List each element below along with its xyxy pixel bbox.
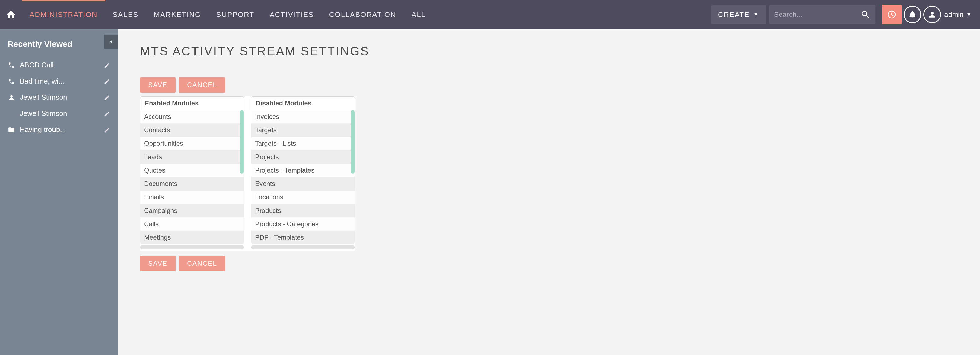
recent-item[interactable]: Jewell Stimson (0, 89, 118, 106)
module-item[interactable]: PDF - Templates (251, 231, 355, 244)
module-item[interactable]: Events (251, 177, 355, 191)
module-item[interactable]: Campaigns (140, 204, 243, 217)
bell-icon (908, 10, 917, 19)
phone-icon (8, 78, 15, 85)
module-item[interactable]: Quotes (140, 164, 243, 177)
module-item[interactable]: Invoices (251, 110, 355, 123)
page-title: MTS ACTIVITY STREAM SETTINGS (140, 44, 958, 58)
user-label: admin (944, 10, 964, 19)
scrollbar-vertical[interactable] (240, 110, 243, 174)
button-row-bottom: SAVE CANCEL (140, 256, 958, 271)
module-item[interactable]: Contacts (140, 123, 243, 137)
disabled-modules-column: Disabled Modules Invoices Targets Target… (251, 96, 355, 249)
person-icon (928, 10, 937, 19)
phone-icon (8, 61, 15, 69)
recent-item[interactable]: Jewell Stimson (0, 106, 118, 122)
edit-icon[interactable] (104, 62, 110, 69)
top-nav: ADMINISTRATION SALES MARKETING SUPPORT A… (0, 0, 980, 29)
module-item[interactable]: Emails (140, 191, 243, 204)
nav-item-sales[interactable]: SALES (105, 0, 146, 29)
module-item[interactable]: Targets - Lists (251, 137, 355, 150)
search-box[interactable] (769, 5, 875, 24)
sidebar-collapse-button[interactable] (104, 35, 118, 49)
module-item[interactable]: Meetings (140, 231, 243, 244)
folder-icon (8, 126, 15, 134)
module-config-card: Enabled Modules Accounts Contacts Opport… (140, 96, 355, 251)
save-button[interactable]: SAVE (140, 77, 175, 93)
enabled-modules-header: Enabled Modules (140, 96, 244, 110)
recent-item[interactable]: ABCD Call (0, 57, 118, 73)
nav-item-collaboration[interactable]: COLLABORATION (321, 0, 404, 29)
sidebar: Recently Viewed ABCD Call Bad time, wi..… (0, 29, 118, 355)
search-icon[interactable] (861, 10, 870, 19)
recent-item-label: Bad time, wi... (20, 77, 100, 85)
clock-button[interactable] (882, 5, 902, 24)
recent-item-label: Jewell Stimson (20, 109, 100, 118)
button-row-top: SAVE CANCEL (140, 77, 958, 93)
notifications-button[interactable] (904, 6, 921, 23)
recent-item[interactable]: Bad time, wi... (0, 73, 118, 89)
module-item[interactable]: Leads (140, 150, 243, 164)
edit-icon[interactable] (104, 78, 110, 85)
nav-item-all[interactable]: ALL (404, 0, 433, 29)
cancel-button[interactable]: CANCEL (179, 256, 225, 271)
module-item[interactable]: Locations (251, 191, 355, 204)
disabled-modules-header: Disabled Modules (251, 96, 355, 110)
scrollbar-horizontal[interactable] (251, 245, 355, 249)
module-item[interactable]: Accounts (140, 110, 243, 123)
user-avatar[interactable] (923, 6, 941, 23)
scrollbar-vertical[interactable] (351, 110, 355, 174)
person-icon (8, 94, 15, 101)
enabled-modules-list[interactable]: Accounts Contacts Opportunities Leads Qu… (140, 110, 244, 244)
recent-item-label: Jewell Stimson (20, 93, 100, 102)
home-icon (6, 9, 16, 20)
scrollbar-horizontal[interactable] (140, 245, 244, 249)
recent-item[interactable]: Having troub... (0, 122, 118, 138)
chevron-left-icon (108, 38, 114, 45)
caret-down-icon: ▼ (754, 12, 759, 18)
cancel-button[interactable]: CANCEL (179, 77, 225, 93)
module-item[interactable]: Products (251, 204, 355, 217)
disabled-modules-list[interactable]: Invoices Targets Targets - Lists Project… (251, 110, 355, 244)
home-button[interactable] (0, 0, 22, 29)
nav-item-marketing[interactable]: MARKETING (146, 0, 208, 29)
module-item[interactable]: Products - Categories (251, 217, 355, 231)
search-input[interactable] (774, 11, 861, 18)
save-button[interactable]: SAVE (140, 256, 175, 271)
create-label: CREATE (718, 10, 750, 19)
create-button[interactable]: CREATE ▼ (711, 5, 766, 24)
nav-item-administration[interactable]: ADMINISTRATION (22, 0, 105, 29)
module-item[interactable]: Documents (140, 177, 243, 191)
module-item[interactable]: Projects - Templates (251, 164, 355, 177)
nav-item-support[interactable]: SUPPORT (208, 0, 262, 29)
module-item[interactable]: Calls (140, 217, 243, 231)
module-item[interactable]: Opportunities (140, 137, 243, 150)
main-content: MTS ACTIVITY STREAM SETTINGS SAVE CANCEL… (118, 29, 980, 355)
clock-icon (887, 10, 896, 19)
module-item[interactable]: Targets (251, 123, 355, 137)
caret-down-icon: ▼ (966, 12, 971, 18)
sidebar-title: Recently Viewed (0, 37, 118, 57)
edit-icon[interactable] (104, 110, 110, 117)
nav-items: ADMINISTRATION SALES MARKETING SUPPORT A… (22, 0, 433, 29)
recent-item-label: ABCD Call (20, 61, 100, 69)
module-lists: Enabled Modules Accounts Contacts Opport… (140, 96, 355, 249)
enabled-modules-column: Enabled Modules Accounts Contacts Opport… (140, 96, 244, 249)
recent-item-label: Having troub... (20, 125, 100, 134)
edit-icon[interactable] (104, 126, 110, 133)
nav-item-activities[interactable]: ACTIVITIES (262, 0, 321, 29)
module-item[interactable]: Projects (251, 150, 355, 164)
user-menu[interactable]: admin ▼ (944, 10, 975, 19)
blank-icon (8, 110, 15, 118)
edit-icon[interactable] (104, 94, 110, 101)
